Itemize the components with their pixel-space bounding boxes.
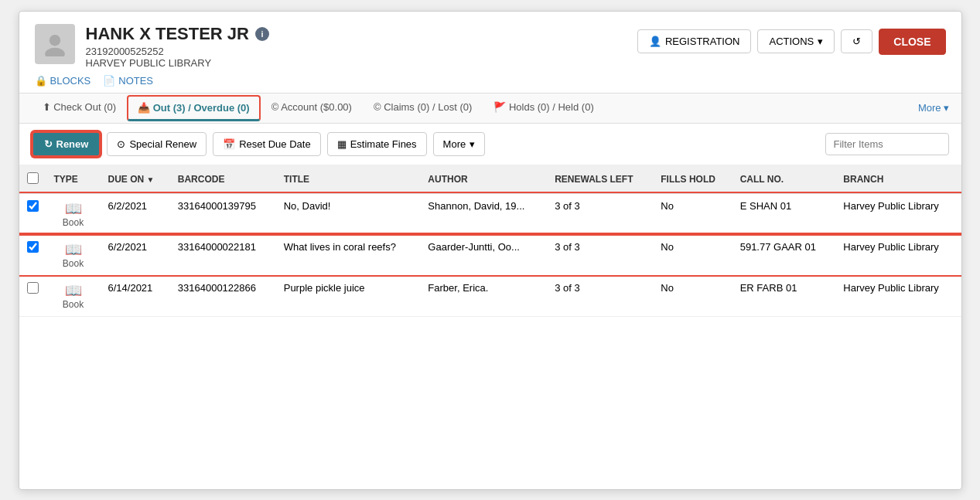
- caret-down-icon: ▾: [944, 102, 949, 114]
- row-author: Farber, Erica.: [420, 275, 547, 316]
- col-author: AUTHOR: [420, 165, 547, 194]
- row-checkbox[interactable]: [27, 200, 39, 212]
- actions-button[interactable]: ACTIONS ▾: [757, 29, 835, 53]
- reset-due-date-button[interactable]: 📅 Reset Due Date: [213, 132, 321, 156]
- patron-name: HANK X TESTER JR i: [86, 24, 269, 44]
- special-renew-icon: ⊙: [117, 138, 125, 150]
- row-checkbox-cell: [19, 234, 46, 275]
- more-button[interactable]: More ▾: [433, 132, 486, 156]
- table-row: 📖 Book 6/2/2021 33164000139795 No, David…: [19, 193, 961, 234]
- tab-claims[interactable]: © Claims (0) / Lost (0): [363, 94, 483, 123]
- col-renewals-left: RENEWALS LEFT: [547, 165, 653, 194]
- col-branch: BRANCH: [835, 165, 961, 194]
- avatar: [35, 24, 75, 64]
- row-fills-hold: No: [653, 193, 732, 234]
- col-due-on[interactable]: DUE ON ▼: [101, 165, 170, 194]
- patron-library: HARVEY PUBLIC LIBRARY: [86, 57, 269, 69]
- fines-icon: ▦: [337, 138, 347, 150]
- patron-info: HANK X TESTER JR i 23192000525252 HARVEY…: [86, 24, 269, 69]
- checkout-icon: ⬆: [43, 101, 51, 113]
- patron-barcode: 23192000525252: [86, 46, 269, 57]
- estimate-fines-button[interactable]: ▦ Estimate Fines: [327, 132, 427, 156]
- row-barcode: 33164000122866: [170, 275, 276, 316]
- row-checkbox-cell: [19, 193, 46, 234]
- row-fills-hold: No: [653, 275, 732, 316]
- in-icon: 📥: [138, 102, 150, 114]
- info-icon[interactable]: i: [255, 27, 269, 41]
- caret-down-icon: ▾: [818, 36, 823, 47]
- row-branch: Harvey Public Library: [835, 275, 961, 316]
- row-branch: Harvey Public Library: [835, 234, 961, 275]
- user-icon: 👤: [649, 36, 661, 47]
- claims-icon: ©: [374, 101, 381, 113]
- calendar-icon: 📅: [223, 138, 235, 150]
- row-renewals-left: 3 of 3: [547, 275, 653, 316]
- row-author: Gaarder-Juntti, Oo...: [420, 234, 547, 275]
- table-header-row: TYPE DUE ON ▼ BARCODE TITLE AUTHOR RENEW…: [19, 165, 961, 194]
- items-table: TYPE DUE ON ▼ BARCODE TITLE AUTHOR RENEW…: [19, 165, 961, 317]
- blocks-link[interactable]: 🔒 BLOCKS: [35, 75, 91, 87]
- row-checkbox-cell: [19, 275, 46, 316]
- registration-button[interactable]: 👤 REGISTRATION: [637, 29, 752, 53]
- row-fills-hold: No: [653, 234, 732, 275]
- holds-icon: 🚩: [493, 101, 506, 113]
- filter-input[interactable]: [825, 133, 949, 155]
- row-type: 📖 Book: [46, 234, 101, 275]
- row-checkbox[interactable]: [27, 241, 39, 253]
- header-section: HANK X TESTER JR i 23192000525252 HARVEY…: [19, 12, 961, 94]
- book-icon: 📖: [54, 200, 93, 217]
- row-checkbox[interactable]: [27, 282, 39, 294]
- header-actions: 👤 REGISTRATION ACTIONS ▾ ↺ CLOSE: [637, 29, 946, 55]
- row-due-on: 6/2/2021: [101, 193, 170, 234]
- close-button[interactable]: CLOSE: [879, 29, 945, 55]
- col-barcode: BARCODE: [170, 165, 276, 194]
- table-row: 📖 Book 6/2/2021 33164000022181 What live…: [19, 234, 961, 275]
- col-title: TITLE: [276, 165, 421, 194]
- book-icon: 📖: [54, 282, 93, 299]
- row-branch: Harvey Public Library: [835, 193, 961, 234]
- row-renewals-left: 3 of 3: [547, 193, 653, 234]
- renew-icon: ↻: [44, 138, 53, 150]
- row-due-on: 6/14/2021: [101, 275, 170, 316]
- select-all-col: [19, 165, 46, 194]
- svg-point-0: [49, 35, 60, 46]
- refresh-button[interactable]: ↺: [841, 29, 872, 53]
- refresh-icon: ↺: [852, 36, 861, 47]
- row-title: What lives in coral reefs?: [276, 234, 421, 275]
- tab-account[interactable]: © Account ($0.00): [261, 94, 363, 123]
- row-renewals-left: 3 of 3: [547, 234, 653, 275]
- row-title: Purple pickle juice: [276, 275, 421, 316]
- row-type: 📖 Book: [46, 193, 101, 234]
- row-type: 📖 Book: [46, 275, 101, 316]
- patron-modal: HANK X TESTER JR i 23192000525252 HARVEY…: [19, 11, 962, 490]
- toolbar: ↻ Renew ⊙ Special Renew 📅 Reset Due Date…: [19, 124, 961, 165]
- row-due-on: 6/2/2021: [101, 234, 170, 275]
- items-table-wrap: TYPE DUE ON ▼ BARCODE TITLE AUTHOR RENEW…: [19, 165, 961, 317]
- row-author: Shannon, David, 19...: [420, 193, 547, 234]
- row-call-no: E SHAN 01: [732, 193, 836, 234]
- account-icon: ©: [271, 101, 279, 113]
- book-icon: 📖: [54, 241, 93, 258]
- tabs-bar: ⬆ Check Out (0) 📥 Out (3) / Overdue (0) …: [19, 94, 961, 124]
- col-call-no: CALL NO.: [732, 165, 836, 194]
- select-all-checkbox[interactable]: [27, 172, 39, 184]
- row-call-no: 591.77 GAAR 01: [732, 234, 836, 275]
- col-type: TYPE: [46, 165, 101, 194]
- tabs-more[interactable]: More ▾: [918, 102, 949, 114]
- renew-button[interactable]: ↻ Renew: [32, 131, 101, 157]
- lock-icon: 🔒: [35, 75, 47, 87]
- table-row: 📖 Book 6/14/2021 33164000122866 Purple p…: [19, 275, 961, 316]
- special-renew-button[interactable]: ⊙ Special Renew: [107, 132, 207, 156]
- sort-icon: ▼: [147, 175, 155, 184]
- notes-link[interactable]: 📄 NOTES: [103, 75, 153, 87]
- tab-holds[interactable]: 🚩 Holds (0) / Held (0): [483, 94, 604, 123]
- col-fills-hold: FILLS HOLD: [653, 165, 732, 194]
- file-icon: 📄: [103, 75, 115, 87]
- tab-out-overdue[interactable]: 📥 Out (3) / Overdue (0): [127, 95, 261, 121]
- row-call-no: ER FARB 01: [732, 275, 836, 316]
- row-title: No, David!: [276, 193, 421, 234]
- tab-checkout[interactable]: ⬆ Check Out (0): [32, 94, 128, 123]
- tabs-left: ⬆ Check Out (0) 📥 Out (3) / Overdue (0) …: [32, 94, 605, 123]
- svg-point-1: [45, 47, 65, 56]
- header-badges: 🔒 BLOCKS 📄 NOTES: [35, 75, 946, 87]
